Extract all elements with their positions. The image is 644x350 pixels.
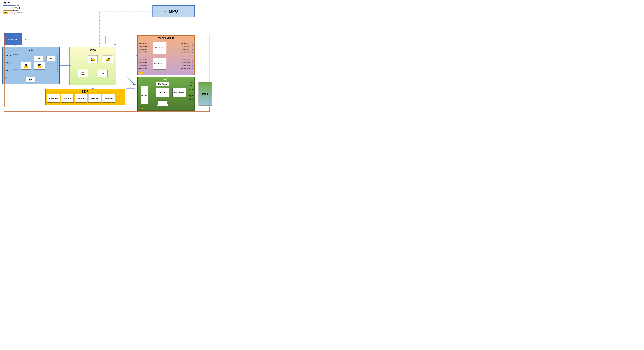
md-label: MD [29, 79, 32, 81]
diagram-container: Legend ▶ ONLINE ▶ OFFLINE ▶ Bypass m2m M… [0, 0, 214, 117]
legend-online: ▶ ONLINE [3, 5, 23, 6]
gdc-box: GDC m2m [78, 70, 88, 77]
ddr-layer-4: video layer [88, 94, 101, 103]
svg-marker-14 [134, 84, 136, 85]
mipi-rx1-label: MIPI RX 1 [4, 62, 11, 64]
vot-output-arrows: ▶▶▶ [186, 81, 187, 91]
pym-label: PYM [106, 57, 110, 59]
upscale-box: Up Scale [156, 88, 170, 97]
ddr-layers-row: graphic layer graphic layer video layer … [47, 94, 115, 103]
color-adjust-box: Color Adjust [172, 88, 186, 97]
legend-bypass: ▶ Bypass [3, 9, 23, 11]
vot-outputs: BT1120BT656MIPI DSIRGBIPI(SIF)LCD_IF [188, 81, 194, 101]
venc-right-arrows2: ▶▶▶▶ [192, 59, 193, 69]
md-box: MD [26, 77, 35, 82]
vps-block: VPS IPU m2m PYM m2m GDC m2m OSD [70, 47, 116, 85]
venc-fps-right-mjpeg: 1080P@30fps1080P@30fps1080P@30fps1080P@3… [181, 59, 190, 69]
sif-m2m: m2m [24, 66, 28, 68]
venc-right-arrows: ▶▶▶▶ [192, 43, 193, 53]
background-shape [157, 101, 168, 106]
svg-line-10 [116, 66, 134, 84]
ddr-layer-2: graphic layer [61, 94, 74, 103]
ddr-title: DDR [82, 90, 88, 93]
legend: Legend ▶ ONLINE ▶ OFFLINE ▶ Bypass m2m M… [3, 1, 23, 14]
gdc-m2m: m2m [81, 74, 85, 75]
panel-label: Panel [202, 93, 209, 95]
legend-m2m-badge: m2m [3, 12, 8, 14]
background-label: background [156, 106, 164, 108]
svg-text:«««: ««« [112, 43, 116, 46]
ddr-layer-5: capture buffer [102, 94, 115, 103]
venc-title: VENC/VDEC [158, 37, 174, 40]
vot-title: VOT [163, 78, 169, 81]
overlay-box: Overlay [141, 86, 148, 104]
sif-label: SIF [24, 64, 27, 66]
svg-marker-11 [133, 83, 135, 85]
bpu-block: BPU [152, 5, 195, 17]
frame-preview-box [94, 36, 106, 44]
bpu-label: BPU [169, 9, 178, 14]
ipu-m2m: m2m [91, 59, 95, 61]
legend-online-label: ONLINE [13, 5, 20, 6]
bypass-top-line [4, 35, 210, 35]
osd-box: OSD [98, 70, 108, 77]
isp-group-border [33, 55, 58, 72]
legend-offline: ▶ OFFLINE [3, 7, 23, 9]
svg-marker-4 [136, 55, 137, 56]
venc-m2m: m2m [139, 72, 143, 74]
ipu-label: IPU [91, 57, 94, 59]
hw-cursor-label: HW Cursor [158, 83, 167, 85]
vin-title: VIN [28, 48, 33, 52]
venc-fps-left-h264: 1080P@30fps1080P@30fps1080P@30fps1080P@3… [138, 42, 147, 53]
ipu-box: IPU m2m [88, 55, 98, 63]
ddr-block: DDR graphic layer graphic layer video la… [45, 89, 125, 105]
mipi-rx0-label: MIPI RX 0 [4, 55, 11, 56]
legend-title: Legend [3, 1, 23, 4]
gdc-label: GDC [81, 72, 85, 73]
mjpeg-label: MJEPG/JPEG [154, 63, 165, 64]
legend-m2m: m2m Memory Accessible [3, 12, 23, 14]
h264-box: H264/H265 [153, 42, 166, 54]
mjpeg-box: MJEPG/JPEG [153, 58, 166, 70]
upscale-label: Up Scale [159, 91, 166, 93]
hw-cursor-box: HW Cursor [156, 82, 170, 86]
bypass-left-line [4, 35, 4, 107]
venc-block: VENC/VDEC H264/H265 MJEPG/JPEG m2m 1080P… [137, 35, 195, 75]
legend-bypass-label: Bypass [13, 9, 19, 11]
ddr-layer-3: video layer [74, 94, 88, 103]
bypass-right-line [210, 35, 210, 107]
other-soc-block: Other SoC [4, 33, 22, 45]
preview-frame-box [25, 36, 34, 43]
ddr-layer-1: graphic layer [47, 94, 60, 103]
other-soc-label: Other SoC [8, 38, 18, 40]
vot-block: VOT HW Cursor Overlay Up Scale Color Adj… [137, 77, 195, 111]
panel-block: Panel [198, 82, 212, 106]
legend-offline-label: OFFLINE [13, 7, 20, 9]
osd-label: OSD [101, 72, 104, 74]
vin-block: VIN MIPI RX 0 MIPI RX 1 MIPI RX 2 DVP SI… [2, 47, 60, 84]
pym-box: PYM m2m [103, 55, 113, 63]
bypass-bottom-line [4, 107, 210, 107]
color-adjust-label: Color Adjust [174, 91, 184, 93]
vot-m2m: m2m [139, 107, 143, 109]
mipi-rx2-label: MIPI RX 2 [4, 70, 11, 71]
legend-m2m-label: Memory Accessible [9, 12, 23, 14]
venc-fps-left-mjpeg: 1080P@30fps1080P@30fps1080P@30fps1080P@3… [138, 59, 147, 69]
overlay-label: Overlay [142, 94, 148, 96]
h264-label: H264/H265 [155, 47, 164, 49]
venc-fps-right-h264: 1080P@30fps1080P@30fps1080P@30fps1080P@3… [181, 42, 190, 53]
mipi-tx-label: MIPI TX [12, 45, 17, 47]
sif-box: SIF m2m [21, 62, 31, 70]
pym-m2m: m2m [106, 59, 110, 61]
vps-title: VPS [90, 48, 96, 52]
